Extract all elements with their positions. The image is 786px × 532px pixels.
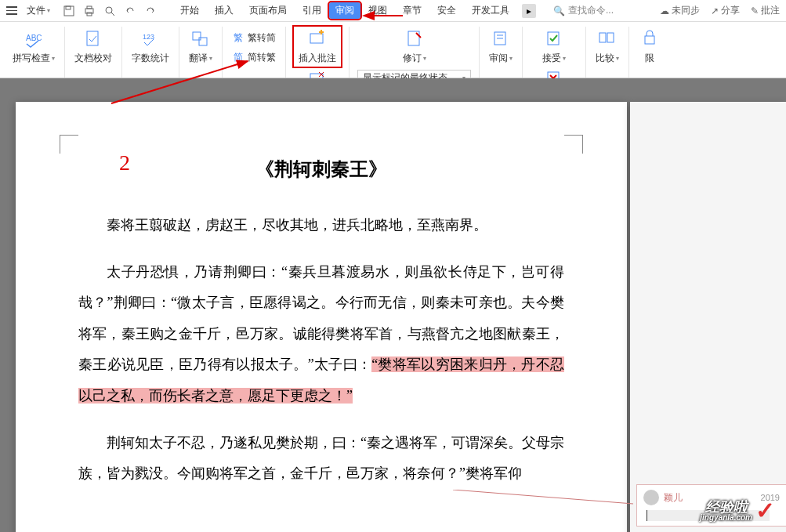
tab-review[interactable]: 审阅 bbox=[329, 2, 360, 19]
comment-author: 颖儿 bbox=[664, 491, 683, 505]
group-review: 审阅 bbox=[480, 27, 523, 78]
tab-security[interactable]: 安全 bbox=[429, 1, 464, 20]
doccheck-label: 文档校对 bbox=[74, 52, 112, 65]
tab-section[interactable]: 章节 bbox=[395, 1, 429, 20]
accept-icon bbox=[543, 28, 565, 50]
tab-dev[interactable]: 开发工具 bbox=[464, 1, 517, 20]
track-icon bbox=[404, 28, 426, 50]
menu-bar: 文件 开始 插入 页面布局 引用 审阅 视图 章节 安全 开发工具 ▸ 🔍 查找… bbox=[0, 0, 786, 22]
watermark-check-icon: ✓ bbox=[755, 497, 775, 524]
cloud-icon: ☁ bbox=[660, 5, 669, 16]
file-menu[interactable]: 文件 bbox=[22, 2, 55, 19]
accept-button[interactable]: 接受 bbox=[538, 27, 570, 67]
simp2trad-button[interactable]: 繁 繁转简 bbox=[230, 30, 277, 46]
undo-icon[interactable] bbox=[124, 5, 136, 17]
tab-view[interactable]: 视图 bbox=[360, 1, 395, 20]
doccheck-icon bbox=[82, 28, 104, 50]
group-chinese: 繁 繁转简 简 简转繁 bbox=[223, 27, 286, 78]
redo-icon[interactable] bbox=[144, 5, 157, 17]
limit-icon bbox=[639, 28, 661, 50]
sync-button[interactable]: ☁ 未同步 bbox=[660, 4, 700, 17]
tab-more-icon[interactable]: ▸ bbox=[522, 4, 536, 18]
print-icon[interactable] bbox=[83, 5, 96, 17]
svg-rect-3 bbox=[87, 6, 92, 9]
compare-button[interactable]: 比较 bbox=[591, 27, 624, 67]
group-wordcount: 123 字数统计 bbox=[122, 27, 179, 78]
tab-insert[interactable]: 插入 bbox=[207, 1, 241, 20]
doc-para-2: 太子丹恐惧，乃请荆卿曰：“秦兵旦暮渡易水，则虽欲长侍足下，岂可得哉？”荆卿曰：“… bbox=[78, 257, 564, 412]
doccheck-button[interactable]: 文档校对 bbox=[70, 27, 117, 67]
group-compare: 比较 bbox=[586, 27, 629, 78]
right-menu: ☁ 未同步 ↗ 分享 ✎ 批注 bbox=[660, 4, 780, 17]
insert-comment-label: 插入批注 bbox=[299, 52, 336, 65]
wordcount-button[interactable]: 123 字数统计 bbox=[127, 27, 174, 67]
page-corner-tl bbox=[60, 135, 78, 154]
pen-icon: ✎ bbox=[751, 5, 759, 16]
spellcheck-icon: ABC bbox=[23, 28, 45, 50]
compare-label: 比较 bbox=[596, 52, 619, 65]
svg-rect-1 bbox=[66, 6, 71, 9]
ribbon: ABC 拼写检查 文档校对 123 字数统计 翻译 bbox=[0, 22, 786, 78]
insert-comment-button[interactable]: 插入批注 bbox=[294, 27, 341, 67]
svg-rect-8 bbox=[87, 31, 98, 45]
spellcheck-button[interactable]: ABC 拼写检查 bbox=[8, 27, 60, 67]
translate-label: 翻译 bbox=[189, 52, 212, 65]
group-comment: 插入批注 删除 上一条 下一条 bbox=[286, 27, 350, 78]
trad2simp-label: 简转繁 bbox=[248, 51, 276, 64]
svg-text:ABC: ABC bbox=[26, 34, 42, 42]
group-changes: 接受 拒绝 上一条 下一条 bbox=[523, 27, 586, 78]
watermark-en: jingyanla.com bbox=[700, 514, 752, 522]
wordcount-icon: 123 bbox=[139, 28, 161, 50]
svg-line-6 bbox=[111, 13, 114, 16]
tab-row: 开始 插入 页面布局 引用 审阅 视图 章节 安全 开发工具 ▸ bbox=[172, 1, 536, 20]
tab-reference[interactable]: 引用 bbox=[295, 1, 329, 20]
sync-label: 未同步 bbox=[672, 4, 700, 17]
translate-icon bbox=[190, 28, 212, 50]
share-button[interactable]: ↗ 分享 bbox=[711, 4, 740, 17]
svg-point-5 bbox=[106, 7, 112, 13]
group-proofing: ABC 拼写检查 bbox=[3, 27, 65, 78]
trad2simp-icon: 简 bbox=[232, 52, 244, 64]
tab-start[interactable]: 开始 bbox=[172, 1, 207, 20]
track-button[interactable]: 修订 bbox=[398, 27, 431, 67]
insert-comment-icon bbox=[306, 28, 328, 50]
watermark: 经验啦 jingyanla.com ✓ bbox=[700, 497, 775, 524]
simp2trad-icon: 繁 bbox=[232, 32, 244, 45]
preview-icon[interactable] bbox=[103, 5, 116, 17]
translate-button[interactable]: 翻译 bbox=[184, 27, 217, 67]
search-area[interactable]: 🔍 查找命令... bbox=[553, 4, 614, 17]
annotation-number: 2 bbox=[119, 150, 130, 176]
svg-rect-34 bbox=[607, 33, 614, 42]
watermark-cn: 经验啦 bbox=[705, 500, 748, 514]
search-icon: 🔍 bbox=[553, 5, 565, 16]
annotation-label: 批注 bbox=[761, 4, 780, 17]
svg-rect-33 bbox=[599, 33, 606, 42]
simp2trad-label: 繁转简 bbox=[248, 31, 276, 45]
track-label: 修订 bbox=[403, 52, 426, 65]
review-label: 审阅 bbox=[489, 52, 513, 65]
review-icon bbox=[490, 28, 512, 50]
doc-title: 《荆轲刺秦王》 bbox=[78, 157, 564, 182]
comment-panel: 颖儿 2019 bbox=[630, 102, 786, 532]
group-limit: 限 bbox=[629, 27, 670, 78]
svg-rect-35 bbox=[645, 36, 654, 44]
avatar bbox=[643, 490, 659, 505]
annotation-button[interactable]: ✎ 批注 bbox=[751, 4, 780, 17]
group-doccheck: 文档校对 bbox=[65, 27, 122, 78]
hamburger-icon[interactable] bbox=[6, 5, 17, 16]
share-icon: ↗ bbox=[711, 5, 719, 16]
group-track: 修订 显示标记的最终状态 显示标记 ▾ bbox=[350, 27, 480, 78]
review-button[interactable]: 审阅 bbox=[484, 27, 517, 67]
trad2simp-button[interactable]: 简 简转繁 bbox=[230, 49, 277, 66]
tab-layout[interactable]: 页面布局 bbox=[241, 1, 295, 20]
search-placeholder: 查找命令... bbox=[568, 4, 614, 17]
limit-button[interactable]: 限 bbox=[634, 27, 665, 67]
page[interactable]: 《荆轲刺秦王》 秦将王翦破赵，虏赵王，尽收其地，进兵北略地，至燕南界。 太子丹恐… bbox=[16, 102, 627, 532]
spellcheck-label: 拼写检查 bbox=[13, 52, 55, 65]
page-corner-tr bbox=[564, 135, 583, 154]
wordcount-label: 字数统计 bbox=[132, 52, 169, 65]
limit-label: 限 bbox=[645, 52, 654, 65]
save-icon[interactable] bbox=[63, 5, 75, 17]
svg-text:123: 123 bbox=[143, 33, 154, 41]
group-translate: 翻译 bbox=[179, 27, 223, 78]
